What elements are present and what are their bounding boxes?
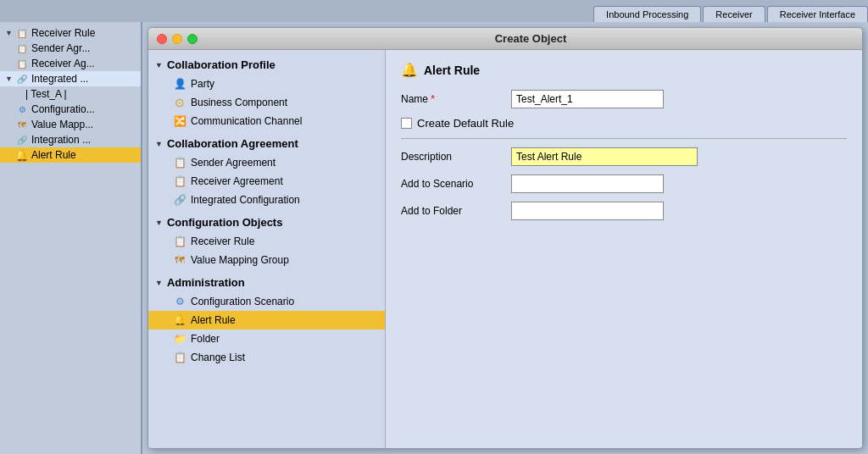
sidebar-label-integrated: Integrated ... bbox=[31, 73, 88, 85]
sidebar-item-configuration[interactable]: ⚙ Configuratio... bbox=[0, 102, 141, 117]
outer-sidebar: ▼ 📋 Receiver Rule 📋 Sender Agr... 📋 Rece… bbox=[0, 22, 142, 454]
menu-item-integrated-config[interactable]: 🔗 Integrated Configuration bbox=[148, 191, 385, 209]
menu-item-value-mapping[interactable]: 🗺 Value Mapping Group bbox=[148, 251, 385, 269]
sidebar-item-integrated[interactable]: ▼ 🔗 Integrated ... bbox=[0, 71, 141, 86]
section-label-collab-agr: Collaboration Agreement bbox=[167, 137, 298, 150]
name-input[interactable] bbox=[511, 90, 664, 108]
menu-tree: ▼ Collaboration Profile 👤 Party ⊙ Busine… bbox=[148, 50, 386, 448]
folder-label: Add to Folder bbox=[401, 205, 511, 217]
config-icon: ⚙ bbox=[15, 103, 29, 115]
party-icon: 👤 bbox=[172, 77, 187, 91]
scenario-input[interactable] bbox=[511, 174, 664, 193]
tab-inbound-processing[interactable]: Inbound Processing bbox=[593, 6, 701, 22]
business-component-icon: ⊙ bbox=[172, 96, 187, 109]
section-label-config-objects: Configuration Objects bbox=[167, 216, 283, 229]
value-mapping-icon: 🗺 bbox=[172, 253, 187, 267]
section-header-collab-profile[interactable]: ▼ Collaboration Profile bbox=[148, 55, 385, 75]
section-header-admin[interactable]: ▼ Administration bbox=[148, 273, 385, 292]
sidebar-label-receiver-agr: Receiver Ag... bbox=[31, 58, 95, 69]
tab-receiver[interactable]: Receiver bbox=[703, 6, 765, 22]
receiver-rule-menu-icon: 📋 bbox=[172, 235, 187, 248]
section-arrow-config-objects: ▼ bbox=[155, 219, 163, 227]
sidebar-item-test-a[interactable]: | Test_A | bbox=[0, 86, 141, 102]
menu-item-business-component[interactable]: ⊙ Business Component bbox=[148, 93, 385, 112]
menu-item-receiver-agreement[interactable]: 📋 Receiver Agreement bbox=[148, 172, 385, 191]
form-title-text: Alert Rule bbox=[424, 64, 480, 77]
section-header-config-objects[interactable]: ▼ Configuration Objects bbox=[148, 213, 385, 232]
receiver-agr-icon: 📋 bbox=[15, 58, 29, 69]
section-label-admin: Administration bbox=[167, 276, 245, 289]
menu-label-folder: Folder bbox=[191, 333, 220, 345]
default-rule-label: Create Default Rule bbox=[417, 117, 514, 130]
menu-label-integrated-config: Integrated Configuration bbox=[191, 194, 300, 206]
sidebar-item-alert-rule[interactable]: 🔔 Alert Rule bbox=[0, 147, 141, 163]
expand-arrow: ▼ bbox=[5, 29, 14, 37]
form-title-icon: 🔔 bbox=[401, 62, 418, 78]
required-indicator: * bbox=[431, 93, 435, 105]
menu-item-party[interactable]: 👤 Party bbox=[148, 75, 385, 93]
menu-item-config-scenario[interactable]: ⚙ Configuration Scenario bbox=[148, 292, 385, 311]
sidebar-label-configuration: Configuratio... bbox=[31, 103, 95, 115]
sidebar-label-test-a: | Test_A | bbox=[25, 88, 67, 100]
popup-body: ▼ Collaboration Profile 👤 Party ⊙ Busine… bbox=[148, 50, 862, 448]
alert-rule-menu-icon: 🔔 bbox=[172, 313, 187, 327]
form-title: 🔔 Alert Rule bbox=[401, 62, 847, 78]
sidebar-item-sender-agr[interactable]: 📋 Sender Agr... bbox=[0, 41, 141, 56]
section-label-collab-profile: Collaboration Profile bbox=[167, 58, 275, 71]
close-button[interactable] bbox=[157, 34, 167, 44]
popup-title: Create Object bbox=[208, 32, 854, 45]
sidebar-item-receiver-agr[interactable]: 📋 Receiver Ag... bbox=[0, 56, 141, 71]
section-arrow-collab-profile: ▼ bbox=[155, 61, 163, 69]
change-list-icon: 📋 bbox=[172, 351, 187, 364]
menu-label-value-mapping: Value Mapping Group bbox=[191, 254, 289, 266]
sidebar-label-integration: Integration ... bbox=[31, 134, 91, 146]
menu-item-alert-rule[interactable]: 🔔 Alert Rule bbox=[148, 311, 385, 329]
sidebar-label-receiver-rule: Receiver Rule bbox=[31, 27, 95, 39]
section-arrow-admin: ▼ bbox=[155, 279, 163, 287]
folder-input[interactable] bbox=[511, 202, 664, 220]
comm-channel-icon: 🔀 bbox=[172, 114, 187, 128]
content-area: ▼ 📋 Receiver Rule 📋 Sender Agr... 📋 Rece… bbox=[0, 22, 868, 454]
description-label: Description bbox=[401, 151, 511, 163]
form-divider bbox=[401, 138, 847, 139]
menu-item-receiver-rule[interactable]: 📋 Receiver Rule bbox=[148, 232, 385, 251]
description-input[interactable] bbox=[511, 147, 698, 166]
menu-item-folder[interactable]: 📁 Folder bbox=[148, 329, 385, 348]
menu-item-sender-agreement[interactable]: 📋 Sender Agreement bbox=[148, 153, 385, 172]
menu-label-party: Party bbox=[191, 78, 214, 90]
menu-label-sender-agreement: Sender Agreement bbox=[191, 157, 275, 169]
traffic-lights bbox=[157, 34, 198, 44]
integrated-config-icon: 🔗 bbox=[172, 193, 187, 207]
name-label: Name * bbox=[401, 93, 511, 105]
tabs-bar: Inbound Processing Receiver Receiver Int… bbox=[0, 0, 868, 22]
maximize-button[interactable] bbox=[187, 34, 198, 44]
minimize-button[interactable] bbox=[172, 34, 182, 44]
alert-rule-icon-sidebar: 🔔 bbox=[15, 149, 29, 161]
menu-label-business-component: Business Component bbox=[191, 97, 287, 108]
form-row-name: Name * bbox=[401, 90, 847, 108]
tab-receiver-interface[interactable]: Receiver Interface bbox=[767, 6, 868, 22]
sidebar-label-alert-rule: Alert Rule bbox=[31, 149, 76, 161]
receiver-agreement-icon: 📋 bbox=[172, 174, 187, 188]
scenario-label: Add to Scenario bbox=[401, 178, 511, 190]
config-scenario-icon: ⚙ bbox=[172, 295, 187, 308]
menu-item-change-list[interactable]: 📋 Change List bbox=[148, 348, 385, 367]
section-collaboration-agreement: ▼ Collaboration Agreement 📋 Sender Agree… bbox=[148, 134, 385, 209]
sidebar-item-value-map[interactable]: 🗺 Value Mapp... bbox=[0, 117, 141, 132]
section-collaboration-profile: ▼ Collaboration Profile 👤 Party ⊙ Busine… bbox=[148, 55, 385, 130]
sidebar-item-receiver-rule[interactable]: ▼ 📋 Receiver Rule bbox=[0, 25, 141, 41]
menu-label-receiver-agreement: Receiver Agreement bbox=[191, 175, 283, 187]
menu-item-comm-channel[interactable]: 🔀 Communication Channel bbox=[148, 112, 385, 130]
section-header-collab-agr[interactable]: ▼ Collaboration Agreement bbox=[148, 134, 385, 153]
sidebar-label-sender-agr: Sender Agr... bbox=[31, 42, 90, 54]
form-row-default-rule: Create Default Rule bbox=[401, 117, 847, 130]
section-arrow-collab-agr: ▼ bbox=[155, 140, 163, 148]
sidebar-item-integration[interactable]: 🔗 Integration ... bbox=[0, 132, 141, 147]
default-rule-checkbox[interactable] bbox=[401, 118, 412, 129]
menu-label-comm-channel: Communication Channel bbox=[191, 115, 302, 127]
folder-icon: 📁 bbox=[172, 332, 187, 346]
section-config-objects: ▼ Configuration Objects 📋 Receiver Rule … bbox=[148, 213, 385, 269]
right-form: 🔔 Alert Rule Name * Create Default Rule bbox=[386, 50, 862, 448]
popup-titlebar: Create Object bbox=[148, 28, 862, 50]
app-container: Inbound Processing Receiver Receiver Int… bbox=[0, 0, 868, 454]
